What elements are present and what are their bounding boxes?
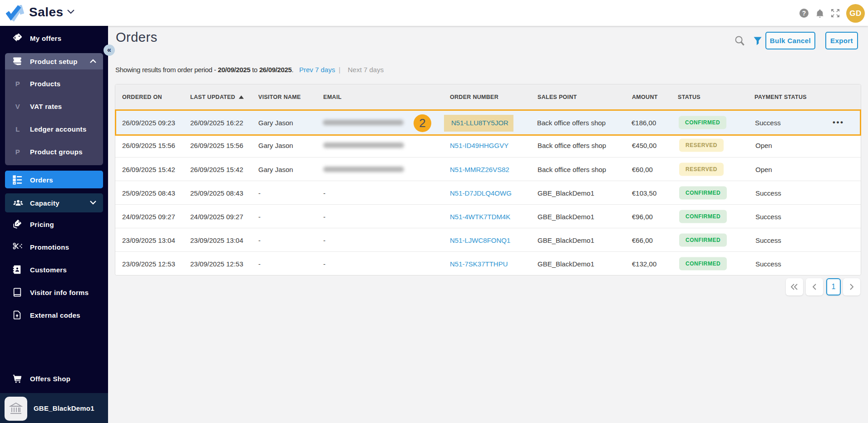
svg-text:?: ? (802, 10, 806, 17)
